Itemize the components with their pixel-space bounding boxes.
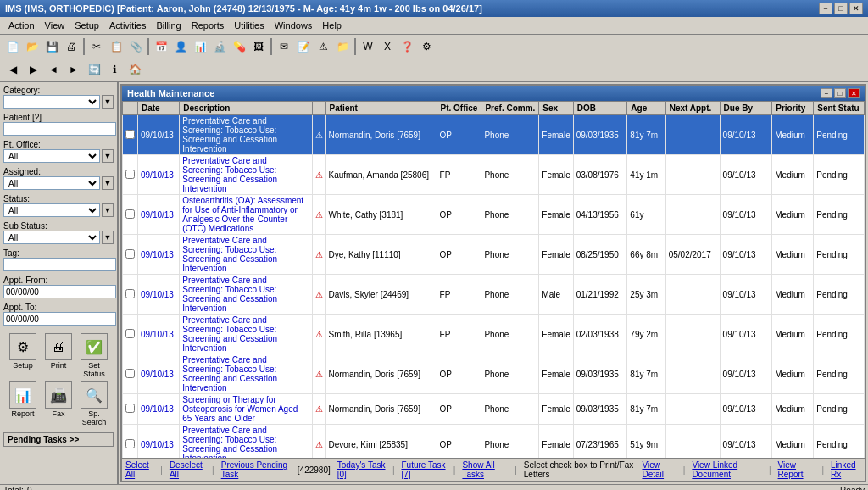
message-button[interactable]: ✉ (275, 37, 293, 56)
task-button[interactable]: 📝 (294, 37, 313, 56)
cut-button[interactable]: ✂ (87, 37, 106, 56)
row-checkbox[interactable] (125, 329, 135, 338)
open-button[interactable]: 📂 (23, 37, 42, 56)
set-status-action-btn[interactable]: ✅ Set Status (78, 333, 110, 378)
table-row[interactable]: 09/10/13 Screening or Therapy for Osteop… (123, 394, 865, 425)
refresh-button[interactable]: 🔄 (85, 60, 103, 79)
status-dropdown-btn[interactable]: ▼ (102, 203, 114, 217)
copy-button[interactable]: 📋 (107, 37, 125, 56)
todays-task-link[interactable]: Today's Task [0] (337, 460, 386, 479)
pt-office-select[interactable]: All (3, 149, 100, 163)
status-select[interactable]: All (3, 203, 100, 217)
menu-utilities[interactable]: Utilities (229, 19, 269, 32)
show-all-tasks-link[interactable]: Show All Tasks (462, 460, 508, 479)
lab-button[interactable]: 🔬 (210, 37, 229, 56)
row-checkbox-cell[interactable] (123, 425, 138, 459)
row-checkbox[interactable] (125, 404, 135, 413)
row-checkbox-cell[interactable] (123, 354, 138, 394)
table-row[interactable]: 09/10/13 Preventative Care and Screening… (123, 275, 865, 315)
imaging-button[interactable]: 🖼 (249, 37, 268, 56)
tag-search-btn[interactable]: ... (118, 258, 119, 271)
menu-windows[interactable]: Windows (270, 19, 318, 32)
menu-help[interactable]: Help (317, 19, 347, 32)
close-button[interactable]: ✕ (849, 3, 863, 14)
row-checkbox[interactable] (125, 209, 135, 219)
next-button[interactable]: ► (64, 60, 83, 79)
view-report-link[interactable]: View Report (778, 460, 815, 479)
deselect-all-link[interactable]: Deselect All (170, 460, 205, 479)
sp-search-action-btn[interactable]: 🔍 Sp. Search (78, 381, 110, 426)
patient-search-btn[interactable]: ? (118, 122, 119, 136)
th-pref-comm[interactable]: Pref. Comm. (481, 102, 539, 115)
row-checkbox-cell[interactable] (123, 315, 138, 354)
pt-office-dropdown-btn[interactable]: ▼ (102, 149, 114, 163)
sub-status-dropdown-btn[interactable]: ▼ (102, 231, 114, 244)
info-button[interactable]: ℹ (105, 60, 124, 79)
linked-rx-link[interactable]: Linked Rx (831, 460, 861, 479)
patient-input[interactable] (3, 122, 116, 136)
pending-tasks-btn[interactable]: Pending Tasks >> (3, 432, 114, 447)
view-detail-link[interactable]: View Detail (642, 460, 676, 479)
row-checkbox-cell[interactable] (123, 115, 138, 155)
rx-button[interactable]: 💊 (230, 37, 248, 56)
hm-minimize-btn[interactable]: − (821, 88, 832, 98)
hm-restore-btn[interactable]: □ (834, 88, 846, 98)
menu-action[interactable]: Action (3, 19, 40, 32)
assigned-dropdown-btn[interactable]: ▼ (102, 176, 114, 190)
settings-button[interactable]: ⚙ (417, 37, 436, 56)
table-container[interactable]: Date Description Patient Pt. Office Pref… (122, 101, 865, 458)
row-checkbox[interactable] (125, 170, 135, 179)
patient-button[interactable]: 👤 (171, 37, 190, 56)
table-row[interactable]: 09/10/13 Preventative Care and Screening… (123, 235, 865, 275)
row-checkbox[interactable] (125, 130, 135, 139)
document-button[interactable]: 📁 (333, 37, 352, 56)
table-row[interactable]: 09/10/13 Preventative Care and Screening… (123, 354, 865, 394)
appt-from-spin-up[interactable]: ▲ (118, 285, 119, 298)
fax-action-btn[interactable]: 📠 Fax (42, 381, 75, 426)
th-next-appt[interactable]: Next Appt. (665, 102, 720, 115)
select-all-link[interactable]: Select All (125, 460, 153, 479)
th-patient[interactable]: Patient (326, 102, 437, 115)
th-description[interactable]: Description (180, 102, 312, 115)
report-action-btn[interactable]: 📊 Report (7, 381, 39, 426)
menu-billing[interactable]: Billing (151, 19, 186, 32)
th-due-by[interactable]: Due By (720, 102, 772, 115)
save-button[interactable]: 💾 (42, 37, 61, 56)
appt-to-spin-up[interactable]: ▲ (118, 312, 119, 326)
alert-button[interactable]: ⚠ (314, 37, 332, 56)
th-sex[interactable]: Sex (539, 102, 573, 115)
menu-setup[interactable]: Setup (70, 19, 104, 32)
assigned-select[interactable]: All (3, 176, 100, 190)
prev-pending-task-link[interactable]: Previous Pending Task (221, 460, 291, 479)
sub-status-select[interactable]: All (3, 231, 100, 244)
row-checkbox-cell[interactable] (123, 394, 138, 425)
category-dropdown-btn[interactable]: ▼ (102, 95, 114, 109)
th-pt-office[interactable]: Pt. Office (437, 102, 481, 115)
th-age[interactable]: Age (627, 102, 665, 115)
th-sent-status[interactable]: Sent Statu (814, 102, 865, 115)
new-button[interactable]: 📄 (3, 37, 22, 56)
row-checkbox[interactable] (125, 439, 135, 448)
row-checkbox[interactable] (125, 249, 135, 259)
th-dob[interactable]: DOB (573, 102, 627, 115)
chart-button[interactable]: 📊 (191, 37, 209, 56)
table-row[interactable]: 09/10/13 Preventative Care and Screening… (123, 115, 865, 155)
menu-view[interactable]: View (40, 19, 70, 32)
row-checkbox-cell[interactable] (123, 275, 138, 315)
appt-to-input[interactable] (3, 312, 116, 326)
print-action-btn[interactable]: 🖨 Print (42, 333, 75, 378)
th-date[interactable]: Date (138, 102, 180, 115)
row-checkbox-cell[interactable] (123, 155, 138, 195)
minimize-button[interactable]: − (819, 3, 832, 14)
paste-button[interactable]: 📎 (126, 37, 145, 56)
setup-action-btn[interactable]: ⚙ Setup (7, 333, 39, 378)
forward-button[interactable]: ▶ (24, 60, 42, 79)
help-button[interactable]: ❓ (398, 37, 416, 56)
th-priority[interactable]: Priority (772, 102, 814, 115)
table-row[interactable]: 09/10/13 Preventative Care and Screening… (123, 315, 865, 354)
menu-reports[interactable]: Reports (186, 19, 230, 32)
excel-button[interactable]: X (378, 37, 397, 56)
print-button[interactable]: 🖨 (62, 37, 81, 56)
tag-input[interactable] (3, 258, 116, 271)
back-button[interactable]: ◀ (3, 60, 22, 79)
